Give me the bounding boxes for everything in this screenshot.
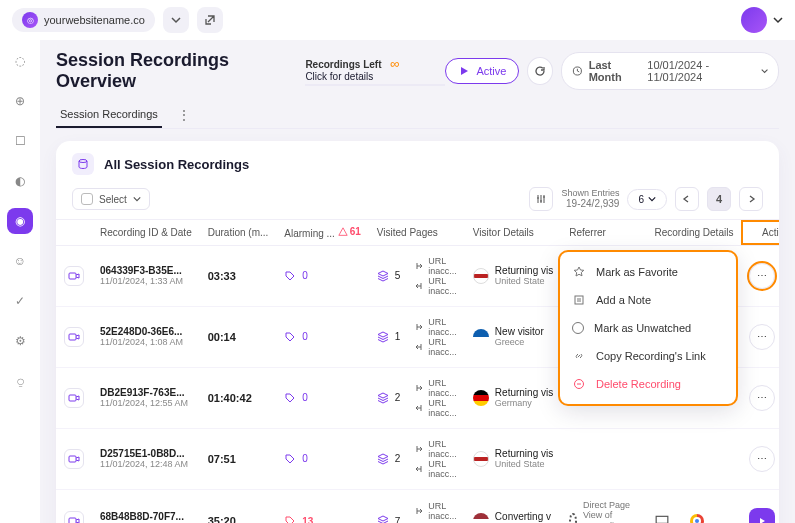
referrer: Direct Page View of Recording's Entry Pa… <box>583 500 638 524</box>
col-details[interactable]: Recording Details <box>646 220 741 246</box>
date-range: 10/01/2024 - 11/01/2024 <box>647 59 755 83</box>
prev-page-button[interactable] <box>675 187 699 211</box>
menu-delete[interactable]: Delete Recording <box>560 370 736 398</box>
sliders-icon <box>535 193 547 205</box>
exit-icon <box>414 342 424 352</box>
rail-icon-inbox[interactable]: ☐ <box>7 128 33 154</box>
stack-icon <box>377 392 389 404</box>
recording-id[interactable]: DB2E913F-763E... <box>100 387 192 398</box>
topbar: ◎ yourwebsitename.co <box>0 0 795 40</box>
visitor-country: Greece <box>495 337 544 347</box>
more-button[interactable]: ⋯ <box>749 324 775 350</box>
duration: 00:14 <box>208 331 236 343</box>
link-icon <box>572 350 586 362</box>
next-page-button[interactable] <box>739 187 763 211</box>
enter-icon <box>414 506 424 516</box>
enter-icon <box>414 383 424 393</box>
pages-count: 2 <box>395 453 401 464</box>
col-duration[interactable]: Duration (m... <box>200 220 277 246</box>
menu-mark-favorite[interactable]: Mark as Favorite <box>560 258 736 286</box>
recording-id[interactable]: D25715E1-0B8D... <box>100 448 192 459</box>
stack-icon <box>377 270 389 282</box>
url-entry: URL inacc... <box>428 378 457 398</box>
chevron-down-icon[interactable] <box>163 7 189 33</box>
menu-label: Mark as Unwatched <box>594 322 691 334</box>
tab-more-icon[interactable]: ⋮ <box>170 104 198 126</box>
rail-icon-dashboard[interactable]: ◌ <box>7 48 33 74</box>
url-exit: URL inacc... <box>428 276 457 296</box>
active-toggle[interactable]: Active <box>445 58 519 84</box>
chevron-down-icon[interactable] <box>773 15 783 25</box>
col-pages[interactable]: Visited Pages <box>369 220 465 246</box>
rail-icon-add[interactable]: ⊕ <box>7 88 33 114</box>
rail-icon-user[interactable]: ⍜ <box>7 368 33 394</box>
svg-rect-5 <box>69 456 76 462</box>
current-page: 4 <box>707 187 731 211</box>
col-alarming[interactable]: Alarming ... 61 <box>276 220 368 246</box>
more-button[interactable]: ⋯ <box>749 263 775 289</box>
visitor-country: Germany <box>495 398 553 408</box>
svg-point-1 <box>79 160 87 163</box>
filters-button[interactable] <box>529 187 553 211</box>
rail-icon-security[interactable]: ✓ <box>7 288 33 314</box>
stack-icon <box>377 515 389 523</box>
col-id[interactable]: Recording ID & Date <box>92 220 200 246</box>
flag-icon <box>473 390 489 406</box>
url-entry: URL inacc... <box>428 256 457 276</box>
chevron-down-icon <box>648 195 656 203</box>
menu-label: Add a Note <box>596 294 651 306</box>
page-header: Session Recordings Overview Recordings L… <box>56 50 779 98</box>
per-page-picker[interactable]: 6 <box>627 189 667 210</box>
menu-mark-unwatched[interactable]: Mark as Unwatched <box>560 314 736 342</box>
open-external-icon[interactable] <box>197 7 223 33</box>
recordings-left-cta[interactable]: Click for details <box>305 71 445 82</box>
star-icon <box>572 266 586 278</box>
col-referrer[interactable]: Referrer <box>561 220 646 246</box>
date-range-picker[interactable]: Last Month 10/01/2024 - 11/01/2024 <box>561 52 779 90</box>
recording-id[interactable]: 064339F3-B35E... <box>100 265 192 276</box>
alarm-count: 0 <box>302 392 308 403</box>
menu-add-note[interactable]: Add a Note <box>560 286 736 314</box>
recording-id[interactable]: 52E248D0-36E6... <box>100 326 192 337</box>
camera-icon <box>64 511 84 523</box>
play-button[interactable] <box>749 508 775 523</box>
menu-label: Copy Recording's Link <box>596 350 706 362</box>
checkbox-icon <box>81 193 93 205</box>
url-entry: URL inacc... <box>428 501 457 521</box>
more-button[interactable]: ⋯ <box>749 446 775 472</box>
page-title: Session Recordings Overview <box>56 50 287 92</box>
rail-icon-chat[interactable]: ☺ <box>7 248 33 274</box>
date-preset: Last Month <box>589 59 642 83</box>
rail-icon-recordings[interactable]: ◉ <box>7 208 33 234</box>
select-all[interactable]: Select <box>72 188 150 210</box>
site-icon: ◎ <box>22 12 38 28</box>
pages-count: 2 <box>395 392 401 403</box>
menu-copy-link[interactable]: Copy Recording's Link <box>560 342 736 370</box>
recording-id[interactable]: 68B48B8D-70F7... <box>100 511 192 522</box>
site-name: yourwebsitename.co <box>44 14 145 26</box>
loading-icon <box>569 513 577 523</box>
rail-icon-activity[interactable]: ◐ <box>7 168 33 194</box>
more-button[interactable]: ⋯ <box>749 385 775 411</box>
pages-count: 1 <box>395 331 401 342</box>
col-visitor[interactable]: Visitor Details <box>465 220 561 246</box>
chrome-icon <box>690 514 704 523</box>
svg-rect-6 <box>69 518 76 523</box>
clock-icon <box>572 65 583 77</box>
table-row: 68B48B8D-70F7...11/01/2024, 12:46 AM35:2… <box>56 489 779 523</box>
visitor-type: Returning vis <box>495 448 553 459</box>
col-actions[interactable]: Actions <box>741 220 779 246</box>
recording-date: 11/01/2024, 1:33 AM <box>100 276 192 286</box>
duration: 35:20 <box>208 515 236 523</box>
svg-rect-3 <box>69 334 76 340</box>
tab-session-recordings[interactable]: Session Recordings <box>56 102 162 128</box>
site-picker[interactable]: ◎ yourwebsitename.co <box>12 8 155 32</box>
tag-icon <box>284 331 296 343</box>
url-exit: URL inacc... <box>428 398 457 418</box>
rail-icon-settings[interactable]: ⚙ <box>7 328 33 354</box>
avatar[interactable] <box>741 7 767 33</box>
infinity-icon: ∞ <box>390 56 399 71</box>
enter-icon <box>414 322 424 332</box>
url-exit: URL inacc... <box>428 459 457 479</box>
refresh-button[interactable] <box>527 57 553 85</box>
